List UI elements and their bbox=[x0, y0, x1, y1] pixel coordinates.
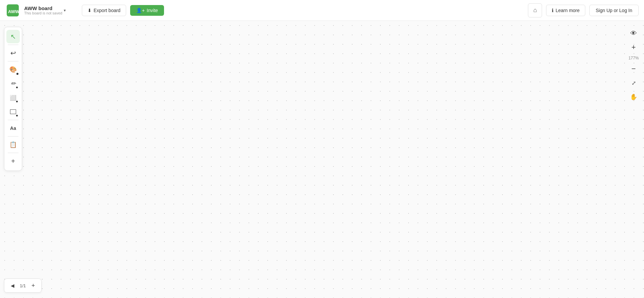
eraser-tool[interactable]: ⬜ bbox=[6, 91, 20, 104]
add-icon: + bbox=[11, 157, 15, 165]
left-toolbar: ↖ ↩ 🎨 ✏ ⬜ Aa 📋 + bbox=[4, 27, 22, 171]
board-subtitle: This board is not saved bbox=[24, 11, 62, 15]
sticky-icon: 📋 bbox=[9, 141, 17, 148]
zoom-in-button[interactable]: + bbox=[627, 41, 640, 54]
toolbar-divider bbox=[8, 120, 18, 120]
export-board-button[interactable]: ⬇ Export board bbox=[82, 5, 126, 16]
toolbar-divider bbox=[8, 61, 18, 61]
svg-text:AWW: AWW bbox=[8, 9, 19, 14]
pen-dot bbox=[16, 87, 18, 88]
color-icon: 🎨 bbox=[9, 66, 17, 73]
dot-grid bbox=[0, 21, 644, 298]
eraser-dot bbox=[16, 101, 18, 102]
pagination-bar: ◀ 1/1 + bbox=[4, 279, 42, 293]
shape-dot bbox=[16, 115, 18, 116]
undo-icon: ↩ bbox=[10, 49, 16, 57]
toolbar-divider bbox=[8, 45, 18, 45]
learn-more-button[interactable]: ℹ Learn more bbox=[546, 5, 585, 16]
learn-more-label: Learn more bbox=[555, 8, 580, 13]
shape-tool[interactable] bbox=[6, 105, 20, 118]
eye-icon: 👁 bbox=[630, 30, 637, 37]
zoom-level: 177% bbox=[629, 55, 639, 61]
sticky-note-tool[interactable]: 📋 bbox=[6, 138, 20, 151]
color-dot bbox=[16, 73, 18, 75]
board-title-area[interactable]: AWW board This board is not saved ▾ bbox=[24, 5, 78, 15]
add-tool[interactable]: + bbox=[6, 154, 20, 168]
invite-label: Invite bbox=[147, 8, 158, 13]
select-tool[interactable]: ↖ bbox=[6, 30, 20, 43]
export-label: Export board bbox=[94, 8, 120, 13]
color-tool[interactable]: 🎨 bbox=[6, 63, 20, 76]
hand-tool[interactable]: ✋ bbox=[627, 91, 640, 103]
board-title: AWW board bbox=[24, 5, 62, 11]
text-icon: Aa bbox=[10, 126, 16, 131]
prev-icon: ◀ bbox=[11, 283, 14, 288]
home-button[interactable]: ⌂ bbox=[528, 3, 542, 17]
download-icon: ⬇ bbox=[88, 8, 92, 13]
signup-label: Sign Up or Log In bbox=[596, 8, 632, 13]
add-page-icon: + bbox=[32, 282, 35, 289]
plus-icon: + bbox=[632, 43, 636, 52]
fullscreen-button[interactable]: ⤢ bbox=[627, 77, 640, 89]
logo: AWW bbox=[5, 3, 20, 18]
fullscreen-icon: ⤢ bbox=[632, 80, 636, 86]
home-icon: ⌂ bbox=[533, 7, 537, 14]
pen-icon: ✏ bbox=[11, 80, 16, 87]
minus-icon: − bbox=[632, 64, 636, 73]
invite-button[interactable]: 👤+ Invite bbox=[130, 5, 164, 16]
eraser-icon: ⬜ bbox=[10, 95, 16, 101]
invite-icon: 👤+ bbox=[136, 8, 145, 13]
page-indicator: 1/1 bbox=[18, 283, 27, 288]
toolbar-divider bbox=[8, 153, 18, 153]
chevron-down-icon[interactable]: ▾ bbox=[64, 8, 66, 13]
prev-page-button[interactable]: ◀ bbox=[8, 281, 17, 290]
shape-icon bbox=[10, 109, 16, 114]
add-page-button[interactable]: + bbox=[29, 281, 38, 290]
eye-button[interactable]: 👁 bbox=[627, 27, 640, 40]
pen-tool[interactable]: ✏ bbox=[6, 77, 20, 90]
toolbar-divider bbox=[8, 136, 18, 137]
header: AWW AWW board This board is not saved ▾ … bbox=[0, 0, 644, 21]
zoom-out-button[interactable]: − bbox=[627, 62, 640, 75]
undo-tool[interactable]: ↩ bbox=[6, 46, 20, 60]
canvas[interactable] bbox=[0, 21, 644, 298]
right-toolbar: 👁 + 177% − ⤢ ✋ bbox=[627, 27, 640, 103]
text-tool[interactable]: Aa bbox=[6, 121, 20, 135]
signup-button[interactable]: Sign Up or Log In bbox=[589, 5, 639, 16]
select-icon: ↖ bbox=[10, 33, 16, 41]
hand-icon: ✋ bbox=[630, 93, 637, 101]
info-icon: ℹ bbox=[552, 8, 553, 13]
